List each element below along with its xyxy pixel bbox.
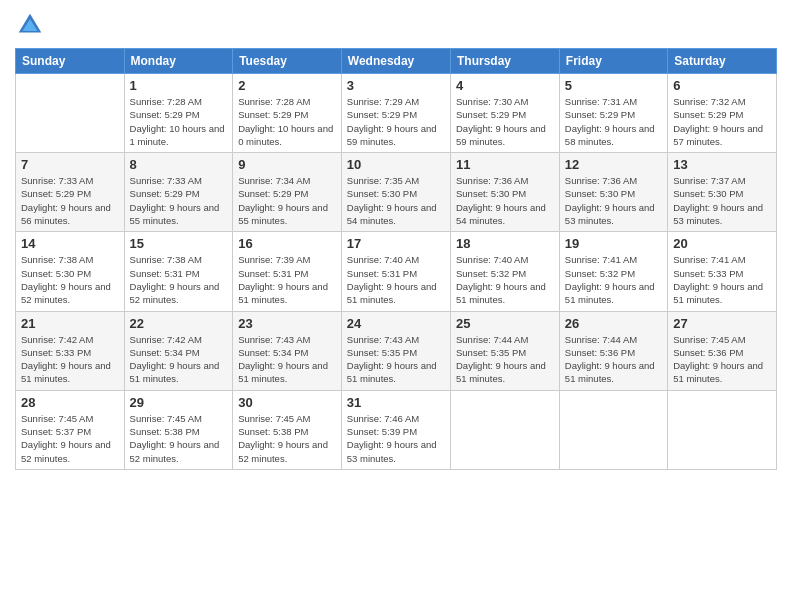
day-info: Sunrise: 7:45 AMSunset: 5:38 PMDaylight:… xyxy=(238,412,336,465)
col-sunday: Sunday xyxy=(16,49,125,74)
day-number: 28 xyxy=(21,395,119,410)
calendar-cell: 7Sunrise: 7:33 AMSunset: 5:29 PMDaylight… xyxy=(16,153,125,232)
calendar-cell: 8Sunrise: 7:33 AMSunset: 5:29 PMDaylight… xyxy=(124,153,233,232)
day-info: Sunrise: 7:46 AMSunset: 5:39 PMDaylight:… xyxy=(347,412,445,465)
calendar-cell: 20Sunrise: 7:41 AMSunset: 5:33 PMDayligh… xyxy=(668,232,777,311)
day-info: Sunrise: 7:44 AMSunset: 5:35 PMDaylight:… xyxy=(456,333,554,386)
calendar-cell: 16Sunrise: 7:39 AMSunset: 5:31 PMDayligh… xyxy=(233,232,342,311)
calendar-cell xyxy=(16,74,125,153)
day-number: 31 xyxy=(347,395,445,410)
page-header xyxy=(15,10,777,40)
day-number: 22 xyxy=(130,316,228,331)
day-info: Sunrise: 7:34 AMSunset: 5:29 PMDaylight:… xyxy=(238,174,336,227)
day-number: 18 xyxy=(456,236,554,251)
day-number: 20 xyxy=(673,236,771,251)
day-info: Sunrise: 7:32 AMSunset: 5:29 PMDaylight:… xyxy=(673,95,771,148)
day-number: 2 xyxy=(238,78,336,93)
calendar-cell: 13Sunrise: 7:37 AMSunset: 5:30 PMDayligh… xyxy=(668,153,777,232)
calendar-cell: 29Sunrise: 7:45 AMSunset: 5:38 PMDayligh… xyxy=(124,390,233,469)
day-number: 17 xyxy=(347,236,445,251)
col-saturday: Saturday xyxy=(668,49,777,74)
calendar-cell: 31Sunrise: 7:46 AMSunset: 5:39 PMDayligh… xyxy=(341,390,450,469)
day-info: Sunrise: 7:35 AMSunset: 5:30 PMDaylight:… xyxy=(347,174,445,227)
day-info: Sunrise: 7:42 AMSunset: 5:34 PMDaylight:… xyxy=(130,333,228,386)
day-number: 7 xyxy=(21,157,119,172)
day-info: Sunrise: 7:40 AMSunset: 5:32 PMDaylight:… xyxy=(456,253,554,306)
calendar-cell: 5Sunrise: 7:31 AMSunset: 5:29 PMDaylight… xyxy=(559,74,667,153)
calendar-cell: 18Sunrise: 7:40 AMSunset: 5:32 PMDayligh… xyxy=(451,232,560,311)
day-info: Sunrise: 7:43 AMSunset: 5:35 PMDaylight:… xyxy=(347,333,445,386)
day-number: 8 xyxy=(130,157,228,172)
day-number: 9 xyxy=(238,157,336,172)
calendar-cell xyxy=(451,390,560,469)
day-number: 15 xyxy=(130,236,228,251)
day-number: 13 xyxy=(673,157,771,172)
calendar-cell: 14Sunrise: 7:38 AMSunset: 5:30 PMDayligh… xyxy=(16,232,125,311)
day-info: Sunrise: 7:33 AMSunset: 5:29 PMDaylight:… xyxy=(21,174,119,227)
calendar-cell: 9Sunrise: 7:34 AMSunset: 5:29 PMDaylight… xyxy=(233,153,342,232)
day-number: 1 xyxy=(130,78,228,93)
day-number: 27 xyxy=(673,316,771,331)
calendar-cell: 11Sunrise: 7:36 AMSunset: 5:30 PMDayligh… xyxy=(451,153,560,232)
calendar-cell: 1Sunrise: 7:28 AMSunset: 5:29 PMDaylight… xyxy=(124,74,233,153)
calendar-cell: 19Sunrise: 7:41 AMSunset: 5:32 PMDayligh… xyxy=(559,232,667,311)
day-info: Sunrise: 7:45 AMSunset: 5:37 PMDaylight:… xyxy=(21,412,119,465)
calendar-week-row: 1Sunrise: 7:28 AMSunset: 5:29 PMDaylight… xyxy=(16,74,777,153)
day-info: Sunrise: 7:30 AMSunset: 5:29 PMDaylight:… xyxy=(456,95,554,148)
calendar-cell: 6Sunrise: 7:32 AMSunset: 5:29 PMDaylight… xyxy=(668,74,777,153)
calendar-header-row: Sunday Monday Tuesday Wednesday Thursday… xyxy=(16,49,777,74)
calendar-cell: 3Sunrise: 7:29 AMSunset: 5:29 PMDaylight… xyxy=(341,74,450,153)
day-number: 26 xyxy=(565,316,662,331)
calendar-cell xyxy=(559,390,667,469)
calendar-cell: 28Sunrise: 7:45 AMSunset: 5:37 PMDayligh… xyxy=(16,390,125,469)
day-number: 23 xyxy=(238,316,336,331)
day-number: 11 xyxy=(456,157,554,172)
day-info: Sunrise: 7:38 AMSunset: 5:31 PMDaylight:… xyxy=(130,253,228,306)
day-number: 10 xyxy=(347,157,445,172)
calendar-cell xyxy=(668,390,777,469)
day-info: Sunrise: 7:41 AMSunset: 5:32 PMDaylight:… xyxy=(565,253,662,306)
calendar-week-row: 21Sunrise: 7:42 AMSunset: 5:33 PMDayligh… xyxy=(16,311,777,390)
calendar-cell: 12Sunrise: 7:36 AMSunset: 5:30 PMDayligh… xyxy=(559,153,667,232)
calendar-week-row: 28Sunrise: 7:45 AMSunset: 5:37 PMDayligh… xyxy=(16,390,777,469)
day-number: 16 xyxy=(238,236,336,251)
col-monday: Monday xyxy=(124,49,233,74)
calendar-cell: 24Sunrise: 7:43 AMSunset: 5:35 PMDayligh… xyxy=(341,311,450,390)
day-info: Sunrise: 7:29 AMSunset: 5:29 PMDaylight:… xyxy=(347,95,445,148)
day-number: 5 xyxy=(565,78,662,93)
calendar-cell: 10Sunrise: 7:35 AMSunset: 5:30 PMDayligh… xyxy=(341,153,450,232)
calendar-cell: 22Sunrise: 7:42 AMSunset: 5:34 PMDayligh… xyxy=(124,311,233,390)
day-number: 3 xyxy=(347,78,445,93)
day-number: 6 xyxy=(673,78,771,93)
day-info: Sunrise: 7:37 AMSunset: 5:30 PMDaylight:… xyxy=(673,174,771,227)
day-info: Sunrise: 7:40 AMSunset: 5:31 PMDaylight:… xyxy=(347,253,445,306)
day-number: 19 xyxy=(565,236,662,251)
col-thursday: Thursday xyxy=(451,49,560,74)
col-friday: Friday xyxy=(559,49,667,74)
day-info: Sunrise: 7:39 AMSunset: 5:31 PMDaylight:… xyxy=(238,253,336,306)
day-info: Sunrise: 7:41 AMSunset: 5:33 PMDaylight:… xyxy=(673,253,771,306)
calendar-cell: 4Sunrise: 7:30 AMSunset: 5:29 PMDaylight… xyxy=(451,74,560,153)
day-number: 24 xyxy=(347,316,445,331)
day-info: Sunrise: 7:28 AMSunset: 5:29 PMDaylight:… xyxy=(130,95,228,148)
day-info: Sunrise: 7:45 AMSunset: 5:38 PMDaylight:… xyxy=(130,412,228,465)
day-info: Sunrise: 7:36 AMSunset: 5:30 PMDaylight:… xyxy=(565,174,662,227)
logo-icon xyxy=(15,10,45,40)
calendar-cell: 23Sunrise: 7:43 AMSunset: 5:34 PMDayligh… xyxy=(233,311,342,390)
logo xyxy=(15,10,49,40)
day-info: Sunrise: 7:45 AMSunset: 5:36 PMDaylight:… xyxy=(673,333,771,386)
day-info: Sunrise: 7:42 AMSunset: 5:33 PMDaylight:… xyxy=(21,333,119,386)
col-wednesday: Wednesday xyxy=(341,49,450,74)
calendar-cell: 25Sunrise: 7:44 AMSunset: 5:35 PMDayligh… xyxy=(451,311,560,390)
day-number: 29 xyxy=(130,395,228,410)
calendar-page: Sunday Monday Tuesday Wednesday Thursday… xyxy=(0,0,792,612)
day-number: 25 xyxy=(456,316,554,331)
day-number: 14 xyxy=(21,236,119,251)
calendar-table: Sunday Monday Tuesday Wednesday Thursday… xyxy=(15,48,777,470)
day-number: 12 xyxy=(565,157,662,172)
day-info: Sunrise: 7:38 AMSunset: 5:30 PMDaylight:… xyxy=(21,253,119,306)
calendar-week-row: 14Sunrise: 7:38 AMSunset: 5:30 PMDayligh… xyxy=(16,232,777,311)
col-tuesday: Tuesday xyxy=(233,49,342,74)
calendar-cell: 30Sunrise: 7:45 AMSunset: 5:38 PMDayligh… xyxy=(233,390,342,469)
day-info: Sunrise: 7:31 AMSunset: 5:29 PMDaylight:… xyxy=(565,95,662,148)
